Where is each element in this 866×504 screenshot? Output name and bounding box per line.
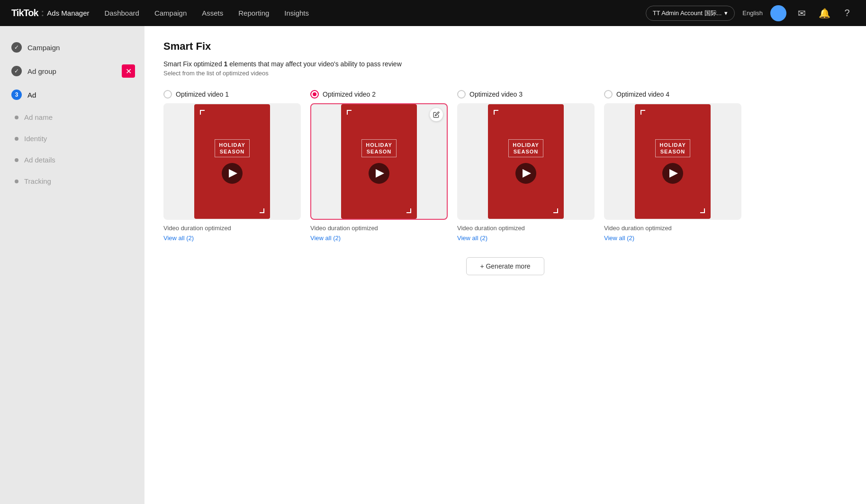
video-4-thumb-wrapper[interactable]: HOLIDAYSEASON	[604, 103, 741, 220]
addetails-dot-icon	[15, 158, 18, 162]
video-3-duration: Video duration optimized	[457, 225, 595, 232]
sidebar-item-tracking: Tracking	[0, 171, 144, 192]
video-4-meta: Video duration optimized View all (2)	[604, 225, 741, 242]
avatar[interactable]	[770, 5, 786, 21]
sidebar: ✓ Campaign ✓ Ad group ✕ 3 Ad Ad name Ide…	[0, 26, 144, 504]
video-3-view-all[interactable]: View all (2)	[457, 234, 487, 242]
play-icon-2	[376, 169, 384, 178]
nav-assets[interactable]: Assets	[202, 7, 223, 19]
generate-more-area: + Generate more	[163, 257, 847, 275]
sidebar-item-adname: Ad name	[0, 107, 144, 128]
video-1-thumb-wrapper[interactable]: HOLIDAYSEASON	[163, 103, 301, 220]
generate-more-button[interactable]: + Generate more	[466, 257, 544, 275]
sidebar-item-campaign[interactable]: ✓ Campaign	[0, 36, 144, 59]
holiday-text-4: HOLIDAYSEASON	[655, 139, 690, 158]
play-icon-4	[669, 169, 678, 178]
video-4-view-all[interactable]: View all (2)	[604, 234, 634, 242]
corner-tl-icon-3	[494, 110, 503, 119]
adname-dot-icon	[15, 116, 18, 119]
video-4-duration: Video duration optimized	[604, 225, 741, 232]
corner-tl-icon-2	[347, 110, 356, 119]
ad-step-number: 3	[11, 90, 22, 100]
sidebar-item-label: Ad details	[24, 156, 55, 164]
video-2-thumb-wrapper[interactable]: HOLIDAYSEASON	[310, 103, 448, 220]
chevron-down-icon: ▾	[724, 9, 728, 17]
video-2-label: Optimized video 2	[323, 90, 376, 98]
close-button[interactable]: ✕	[122, 64, 135, 78]
play-button-2[interactable]	[369, 163, 389, 184]
video-2-duration: Video duration optimized	[310, 225, 448, 232]
corner-br-icon-2	[402, 204, 411, 213]
video-1-thumb: HOLIDAYSEASON	[194, 104, 270, 219]
video-card-1: Optimized video 1 HOLIDAYSEASON Video du…	[163, 90, 301, 242]
identity-dot-icon	[15, 137, 18, 141]
main-layout: ✓ Campaign ✓ Ad group ✕ 3 Ad Ad name Ide…	[0, 26, 866, 504]
video-1-duration: Video duration optimized	[163, 225, 301, 232]
sidebar-item-label: Ad name	[24, 113, 53, 121]
nav-campaign[interactable]: Campaign	[154, 7, 187, 19]
play-button-4[interactable]	[662, 163, 683, 184]
video-3-thumb: HOLIDAYSEASON	[488, 104, 564, 219]
video-3-meta: Video duration optimized View all (2)	[457, 225, 595, 242]
video-card-4: Optimized video 4 HOLIDAYSEASON Video du…	[604, 90, 741, 242]
campaign-check-icon: ✓	[11, 42, 22, 53]
video-card-1-header: Optimized video 1	[163, 90, 301, 99]
nav-dashboard[interactable]: Dashboard	[105, 7, 139, 19]
video-4-radio[interactable]	[604, 90, 613, 99]
adgroup-check-icon: ✓	[11, 66, 22, 76]
sidebar-item-label: Ad	[27, 91, 36, 99]
corner-tl-icon-4	[640, 110, 650, 119]
edit-button-2[interactable]	[430, 108, 443, 121]
video-1-label: Optimized video 1	[176, 90, 229, 98]
video-card-2: Optimized video 2 HOLIDAYSEASON	[310, 90, 448, 242]
corner-tl-icon	[200, 110, 209, 119]
video-1-meta: Video duration optimized View all (2)	[163, 225, 301, 242]
nav-links: Dashboard Campaign Assets Reporting Insi…	[105, 7, 631, 19]
subtitle-sub: Select from the list of optimized videos	[163, 70, 847, 77]
video-3-radio[interactable]	[457, 90, 466, 99]
content-area: Smart Fix Smart Fix optimized 1 elements…	[144, 26, 866, 504]
play-icon-3	[523, 169, 531, 178]
language-selector[interactable]: English	[742, 9, 763, 17]
sidebar-item-identity: Identity	[0, 128, 144, 149]
mail-icon[interactable]: ✉	[794, 6, 809, 21]
nav-right: TT Admin Account 国际... ▾ English ✉ 🔔 ?	[646, 5, 855, 21]
video-4-thumb: HOLIDAYSEASON	[635, 104, 711, 219]
sidebar-item-label: Ad group	[27, 67, 56, 75]
corner-br-icon	[255, 204, 264, 213]
sidebar-item-addetails: Ad details	[0, 149, 144, 171]
sidebar-item-label: Campaign	[27, 44, 60, 52]
help-icon[interactable]: ?	[839, 6, 855, 21]
bell-icon[interactable]: 🔔	[817, 6, 832, 21]
video-1-radio[interactable]	[163, 90, 172, 99]
nav-insights[interactable]: Insights	[284, 7, 309, 19]
play-button-1[interactable]	[222, 163, 243, 184]
tracking-dot-icon	[15, 180, 18, 183]
logo-ads: Ads Manager	[47, 9, 89, 17]
video-2-view-all[interactable]: View all (2)	[310, 234, 341, 242]
holiday-text-2: HOLIDAYSEASON	[361, 139, 397, 158]
video-2-radio[interactable]	[310, 90, 319, 99]
video-3-thumb-wrapper[interactable]: HOLIDAYSEASON	[457, 103, 595, 220]
video-4-label: Optimized video 4	[616, 90, 669, 98]
corner-br-icon-4	[695, 204, 705, 213]
video-1-view-all[interactable]: View all (2)	[163, 234, 194, 242]
logo: TikTok : Ads Manager	[11, 8, 90, 18]
play-icon-1	[229, 169, 237, 178]
page-title: Smart Fix	[163, 40, 847, 53]
top-nav: TikTok : Ads Manager Dashboard Campaign …	[0, 0, 866, 26]
video-2-thumb: HOLIDAYSEASON	[341, 104, 417, 219]
subtitle-main: Smart Fix optimized 1 elements that may …	[163, 60, 847, 68]
logo-separator: :	[41, 8, 45, 18]
play-button-3[interactable]	[515, 163, 536, 184]
account-selector[interactable]: TT Admin Account 国际... ▾	[646, 6, 735, 21]
video-grid: Optimized video 1 HOLIDAYSEASON Video du…	[163, 90, 847, 242]
sidebar-item-ad[interactable]: 3 Ad	[0, 83, 144, 107]
sidebar-item-adgroup[interactable]: ✓ Ad group ✕	[0, 59, 144, 83]
corner-br-icon-3	[549, 204, 558, 213]
sidebar-item-label: Tracking	[24, 177, 51, 185]
video-3-label: Optimized video 3	[469, 90, 523, 98]
nav-reporting[interactable]: Reporting	[238, 7, 269, 19]
video-card-4-header: Optimized video 4	[604, 90, 741, 99]
video-2-meta: Video duration optimized View all (2)	[310, 225, 448, 242]
